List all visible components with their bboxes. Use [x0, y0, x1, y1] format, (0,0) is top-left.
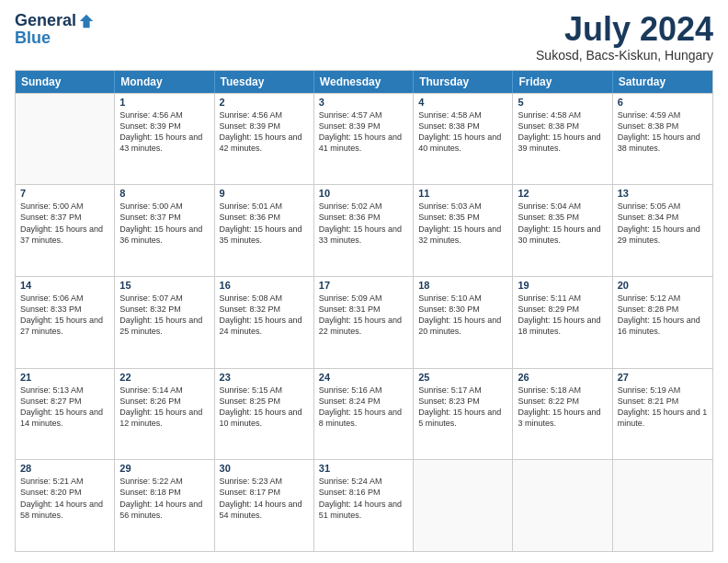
day-number: 9: [220, 188, 309, 199]
table-row: 23Sunrise: 5:15 AM Sunset: 8:25 PM Dayli…: [215, 369, 314, 460]
cell-info: Sunrise: 5:01 AM Sunset: 8:36 PM Dayligh…: [220, 201, 309, 246]
day-number: 23: [220, 372, 309, 383]
weekday-header-tuesday: Tuesday: [215, 71, 314, 93]
cell-info: Sunrise: 5:10 AM Sunset: 8:30 PM Dayligh…: [418, 293, 507, 338]
table-row: 28Sunrise: 5:21 AM Sunset: 8:20 PM Dayli…: [16, 460, 115, 551]
day-number: 5: [518, 97, 607, 108]
cell-info: Sunrise: 5:21 AM Sunset: 8:20 PM Dayligh…: [20, 476, 109, 521]
table-row: [613, 460, 712, 551]
table-row: 19Sunrise: 5:11 AM Sunset: 8:29 PM Dayli…: [513, 277, 612, 368]
cell-info: Sunrise: 5:05 AM Sunset: 8:34 PM Dayligh…: [618, 201, 708, 246]
day-number: 20: [618, 280, 708, 291]
table-row: [414, 460, 513, 551]
cell-info: Sunrise: 5:06 AM Sunset: 8:33 PM Dayligh…: [20, 293, 109, 338]
table-row: 31Sunrise: 5:24 AM Sunset: 8:16 PM Dayli…: [314, 460, 414, 551]
day-number: 18: [418, 280, 507, 291]
weekday-header-wednesday: Wednesday: [314, 71, 414, 93]
cell-info: Sunrise: 5:23 AM Sunset: 8:17 PM Dayligh…: [220, 476, 309, 521]
table-row: 20Sunrise: 5:12 AM Sunset: 8:28 PM Dayli…: [613, 277, 712, 368]
cell-info: Sunrise: 5:00 AM Sunset: 8:37 PM Dayligh…: [119, 201, 209, 246]
table-row: 17Sunrise: 5:09 AM Sunset: 8:31 PM Dayli…: [314, 277, 414, 368]
day-number: 24: [319, 372, 408, 383]
cell-info: Sunrise: 4:57 AM Sunset: 8:39 PM Dayligh…: [319, 109, 408, 155]
cell-info: Sunrise: 5:22 AM Sunset: 8:18 PM Dayligh…: [119, 476, 209, 521]
table-row: 4Sunrise: 4:58 AM Sunset: 8:38 PM Daylig…: [414, 94, 513, 185]
cell-info: Sunrise: 5:07 AM Sunset: 8:32 PM Dayligh…: [119, 293, 209, 338]
table-row: 24Sunrise: 5:16 AM Sunset: 8:24 PM Dayli…: [314, 369, 414, 460]
table-row: 22Sunrise: 5:14 AM Sunset: 8:26 PM Dayli…: [115, 369, 214, 460]
calendar-week-5: 28Sunrise: 5:21 AM Sunset: 8:20 PM Dayli…: [16, 459, 712, 551]
calendar-body: 1Sunrise: 4:56 AM Sunset: 8:39 PM Daylig…: [16, 93, 712, 551]
day-number: 12: [518, 188, 607, 199]
calendar: SundayMondayTuesdayWednesdayThursdayFrid…: [15, 70, 713, 552]
day-number: 7: [20, 188, 109, 199]
day-number: 22: [119, 372, 209, 383]
table-row: 15Sunrise: 5:07 AM Sunset: 8:32 PM Dayli…: [115, 277, 214, 368]
cell-info: Sunrise: 5:08 AM Sunset: 8:32 PM Dayligh…: [220, 293, 309, 338]
page: General Blue July 2024 Sukosd, Bacs-Kisk…: [0, 0, 728, 563]
calendar-week-4: 21Sunrise: 5:13 AM Sunset: 8:27 PM Dayli…: [16, 368, 712, 460]
cell-info: Sunrise: 5:04 AM Sunset: 8:35 PM Dayligh…: [518, 201, 607, 246]
cell-info: Sunrise: 5:12 AM Sunset: 8:28 PM Dayligh…: [618, 293, 708, 338]
day-number: 31: [319, 463, 408, 474]
table-row: 14Sunrise: 5:06 AM Sunset: 8:33 PM Dayli…: [16, 277, 115, 368]
table-row: 21Sunrise: 5:13 AM Sunset: 8:27 PM Dayli…: [16, 369, 115, 460]
cell-info: Sunrise: 5:03 AM Sunset: 8:35 PM Dayligh…: [418, 201, 507, 246]
calendar-week-3: 14Sunrise: 5:06 AM Sunset: 8:33 PM Dayli…: [16, 276, 712, 368]
weekday-header-friday: Friday: [513, 71, 612, 93]
table-row: 25Sunrise: 5:17 AM Sunset: 8:23 PM Dayli…: [414, 369, 513, 460]
day-number: 15: [119, 280, 209, 291]
cell-info: Sunrise: 4:58 AM Sunset: 8:38 PM Dayligh…: [518, 109, 607, 155]
cell-info: Sunrise: 5:11 AM Sunset: 8:29 PM Dayligh…: [518, 293, 607, 338]
table-row: 9Sunrise: 5:01 AM Sunset: 8:36 PM Daylig…: [215, 185, 314, 276]
logo-text: General: [15, 11, 95, 30]
day-number: 13: [618, 188, 708, 199]
cell-info: Sunrise: 5:19 AM Sunset: 8:21 PM Dayligh…: [618, 385, 708, 430]
cell-info: Sunrise: 4:56 AM Sunset: 8:39 PM Dayligh…: [119, 109, 209, 155]
table-row: 30Sunrise: 5:23 AM Sunset: 8:17 PM Dayli…: [215, 460, 314, 551]
header-right: July 2024 Sukosd, Bacs-Kiskun, Hungary: [536, 11, 713, 63]
cell-info: Sunrise: 5:15 AM Sunset: 8:25 PM Dayligh…: [220, 385, 309, 430]
day-number: 26: [518, 372, 607, 383]
table-row: 2Sunrise: 4:56 AM Sunset: 8:39 PM Daylig…: [215, 94, 314, 185]
cell-info: Sunrise: 5:18 AM Sunset: 8:22 PM Dayligh…: [518, 385, 607, 430]
day-number: 8: [119, 188, 209, 199]
table-row: 10Sunrise: 5:02 AM Sunset: 8:36 PM Dayli…: [314, 185, 414, 276]
cell-info: Sunrise: 5:02 AM Sunset: 8:36 PM Dayligh…: [319, 201, 408, 246]
day-number: 6: [618, 97, 708, 108]
weekday-header-monday: Monday: [115, 71, 214, 93]
weekday-header-sunday: Sunday: [16, 71, 115, 93]
day-number: 1: [119, 97, 209, 108]
day-number: 25: [418, 372, 507, 383]
table-row: 27Sunrise: 5:19 AM Sunset: 8:21 PM Dayli…: [613, 369, 712, 460]
table-row: 8Sunrise: 5:00 AM Sunset: 8:37 PM Daylig…: [115, 185, 214, 276]
day-number: 2: [220, 97, 309, 108]
table-row: 7Sunrise: 5:00 AM Sunset: 8:37 PM Daylig…: [16, 185, 115, 276]
table-row: 13Sunrise: 5:05 AM Sunset: 8:34 PM Dayli…: [613, 185, 712, 276]
table-row: 6Sunrise: 4:59 AM Sunset: 8:38 PM Daylig…: [613, 94, 712, 185]
cell-info: Sunrise: 5:24 AM Sunset: 8:16 PM Dayligh…: [319, 476, 408, 521]
day-number: 4: [418, 97, 507, 108]
cell-info: Sunrise: 5:09 AM Sunset: 8:31 PM Dayligh…: [319, 293, 408, 338]
table-row: [16, 94, 115, 185]
logo-general: General: [15, 11, 76, 30]
cell-info: Sunrise: 5:00 AM Sunset: 8:37 PM Dayligh…: [20, 201, 109, 246]
weekday-header-saturday: Saturday: [613, 71, 712, 93]
day-number: 3: [319, 97, 408, 108]
calendar-week-1: 1Sunrise: 4:56 AM Sunset: 8:39 PM Daylig…: [16, 93, 712, 185]
table-row: 11Sunrise: 5:03 AM Sunset: 8:35 PM Dayli…: [414, 185, 513, 276]
day-number: 11: [418, 188, 507, 199]
table-row: 16Sunrise: 5:08 AM Sunset: 8:32 PM Dayli…: [215, 277, 314, 368]
day-number: 17: [319, 280, 408, 291]
weekday-header-thursday: Thursday: [414, 71, 513, 93]
cell-info: Sunrise: 5:16 AM Sunset: 8:24 PM Dayligh…: [319, 385, 408, 430]
cell-info: Sunrise: 4:56 AM Sunset: 8:39 PM Dayligh…: [220, 109, 309, 155]
cell-info: Sunrise: 5:13 AM Sunset: 8:27 PM Dayligh…: [20, 385, 109, 430]
day-number: 30: [220, 463, 309, 474]
cell-info: Sunrise: 5:14 AM Sunset: 8:26 PM Dayligh…: [119, 385, 209, 430]
table-row: 5Sunrise: 4:58 AM Sunset: 8:38 PM Daylig…: [513, 94, 612, 185]
day-number: 28: [20, 463, 109, 474]
table-row: 26Sunrise: 5:18 AM Sunset: 8:22 PM Dayli…: [513, 369, 612, 460]
header: General Blue July 2024 Sukosd, Bacs-Kisk…: [15, 11, 713, 63]
day-number: 21: [20, 372, 109, 383]
